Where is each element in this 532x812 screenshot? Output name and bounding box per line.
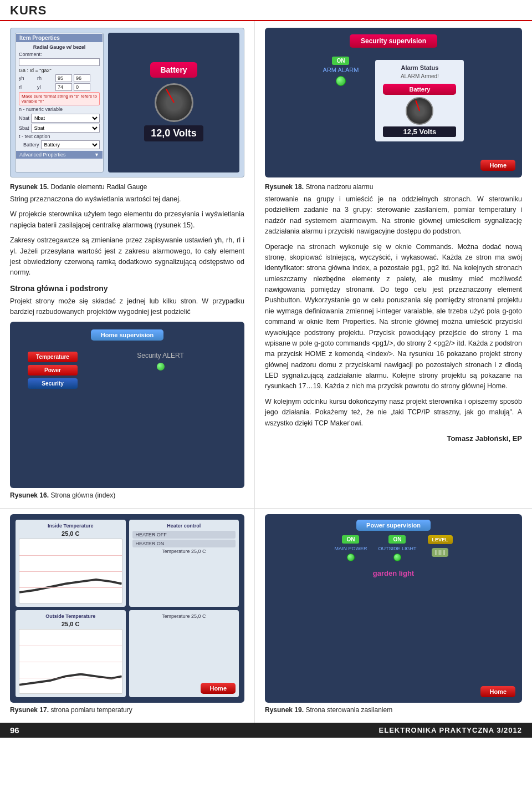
rl-val[interactable]: 74 [55, 83, 72, 91]
battery-button[interactable]: Battery [150, 62, 197, 78]
home-btn-18[interactable]: Home [480, 160, 515, 171]
gauge-sm [406, 97, 433, 125]
home-supervision-btn[interactable]: Home supervision [91, 329, 163, 341]
rh-val1[interactable]: 95 [55, 74, 72, 82]
text-para1: String przeznaczona do wyświetlania wart… [10, 194, 244, 205]
advanced-label: Advanced Properties [19, 152, 66, 158]
level-indicator: |||||||| [432, 548, 449, 557]
heater-on-btn[interactable]: HEATER ON [132, 540, 236, 547]
nav-btn-security[interactable]: Security [28, 378, 78, 389]
ga-label: Ga : Id = "ga2" [19, 68, 52, 73]
rh-label: rh [37, 75, 54, 81]
caption-18-num: Rysunek 18. [265, 183, 304, 191]
nav-btn-temperature[interactable]: Temperature [28, 352, 78, 362]
figure-18-image: Security supervision ON ARM ALARM Alarm … [265, 28, 522, 177]
footer-page-num: 96 [10, 725, 19, 735]
on-badge-outside: ON [388, 535, 406, 544]
temp-display-2: Temperature 25,0 C [162, 613, 206, 619]
garden-light-label: garden light [373, 569, 414, 577]
grid-line-5 [19, 662, 122, 662]
home-btn-19[interactable]: Home [480, 686, 515, 697]
security-alert-text: Security ALERT [137, 352, 183, 359]
grid-line-3 [19, 587, 122, 588]
temp-display-widget: Temperature 25,0 C Home [129, 610, 239, 697]
outside-light-ctrl: ON OUTSIDE LIGHT [378, 535, 416, 561]
props-t-row: t - text caption [19, 134, 100, 139]
grid-line-2 [19, 571, 122, 572]
caption-18: Rysunek 18. Strona nadzoru alarmu [265, 183, 522, 191]
home-btn-17[interactable]: Home [201, 683, 236, 694]
nav-btn-power[interactable]: Power [28, 365, 78, 375]
outside-temp-value: 25,0 C [19, 621, 122, 627]
caption-16-text: Strona główna (index) [50, 491, 115, 499]
outside-light-led [393, 554, 401, 561]
author-line: Tomasz Jabłoński, EP [265, 434, 522, 443]
yl-val[interactable]: 0 [74, 83, 90, 91]
rl-label: rl [19, 84, 35, 90]
green-led-dot [157, 363, 165, 371]
right-para3: W kolejnym odcinku kursu dokończymy nasz… [265, 397, 522, 429]
on-badge-main: ON [342, 535, 359, 544]
nbat-select[interactable]: Nbat [31, 114, 100, 123]
advanced-icon: ▼ [94, 152, 99, 158]
alarm-status-title: Alarm Status [383, 64, 456, 71]
alarm-status-box: Alarm Status ALARM Armed! Battery 12,5 V… [375, 60, 464, 141]
grid-line-4 [19, 646, 122, 646]
gauge-circle [155, 83, 193, 122]
outside-light-label: OUTSIDE LIGHT [378, 546, 416, 551]
caption-16-num: Rysunek 16. [10, 491, 49, 499]
heater-off-btn[interactable]: HEATER OFF [132, 531, 236, 539]
props-warning: Make sure format string in "s" refers to… [19, 92, 100, 105]
level-badge: LEVEL [428, 535, 453, 544]
footer-title: ELEKTRONIKA PRAKTYCZNA 3/2012 [379, 726, 522, 734]
battery-btn-sm[interactable]: Battery [383, 84, 456, 95]
yh-label: yh [19, 75, 35, 81]
caption-19-num: Rysunek 19. [265, 706, 304, 714]
t-label: t - text caption [19, 134, 50, 139]
caption-17: Rysunek 17. strona pomiaru temperatury [10, 706, 244, 714]
battery-label: Battery [23, 142, 39, 148]
volts-display: 12,0 Volts [144, 125, 203, 141]
sbat-label: Sbat [19, 125, 29, 131]
bottom-right: Power supervision ON MAIN POWER ON OUTSI… [255, 509, 532, 723]
yl-label: yl [37, 84, 54, 90]
right-para1: sterowanie na grupy i umieścić je na odd… [265, 194, 522, 237]
props-sbat-row: Sbat Sbat [19, 124, 100, 133]
fig16-inner: Temperature Power Security Security ALER… [17, 352, 238, 480]
comment-label: Comment: [19, 52, 42, 57]
text-para4: Projekt strony może się składać z jednej… [10, 296, 244, 318]
battery-display-panel: Battery 12,0 Volts [108, 33, 239, 172]
main-power-ctrl: ON MAIN POWER [334, 535, 367, 561]
sbat-select[interactable]: Sbat [31, 124, 100, 133]
security-alert-area: Security ALERT [83, 352, 238, 359]
temp-display-1: Temperature 25,0 C [132, 549, 236, 554]
figure-16-image: Home supervision Temperature Power Secur… [10, 322, 244, 488]
garden-light-ctrl: LEVEL |||||||| [428, 535, 453, 557]
caption-17-num: Rysunek 17. [10, 706, 49, 714]
inside-temp-title: Inside Temperature [19, 523, 122, 529]
bottom-section: Inside Temperature 25,0 C Heater control [0, 508, 532, 723]
heater-title: Heater control [132, 523, 236, 529]
rh-val2[interactable]: 96 [74, 74, 90, 82]
nbat-label: Nbat [19, 115, 29, 121]
right-column: Security supervision ON ARM ALARM Alarm … [255, 21, 532, 508]
caption-16: Rysunek 16. Strona główna (index) [10, 491, 244, 499]
left-column: Item Properties Radial Gauge w/ bezel Co… [0, 21, 255, 508]
caption-17-text: strona pomiaru temperatury [50, 706, 132, 714]
power-supervision-btn[interactable]: Power supervision [356, 520, 431, 531]
props-title-bar: Item Properties [16, 34, 103, 42]
battery-ui: Battery 12,0 Volts [144, 62, 203, 144]
main-content: Item Properties Radial Gauge w/ bezel Co… [0, 21, 532, 508]
security-supervision-btn[interactable]: Security supervision [350, 34, 437, 48]
caption-19: Rysunek 19. Strona sterowania zasilaniem [265, 706, 522, 714]
power-controls: ON MAIN POWER ON OUTSIDE LIGHT LEVEL |||… [272, 535, 515, 561]
caption-18-text: Strona nadzoru alarmu [305, 183, 373, 191]
gauge-sm-needle [416, 100, 421, 111]
properties-panel: Item Properties Radial Gauge w/ bezel Co… [15, 33, 104, 172]
props-rl-yl-row: rl yl 74 0 [19, 83, 100, 91]
grid-line-1 [19, 555, 122, 556]
figure-17-image: Inside Temperature 25,0 C Heater control [10, 514, 244, 703]
caption-15-num: Rysunek 15. [10, 183, 49, 191]
battery-select[interactable]: Battery [41, 140, 100, 149]
props-advanced: Advanced Properties ▼ [16, 151, 103, 159]
